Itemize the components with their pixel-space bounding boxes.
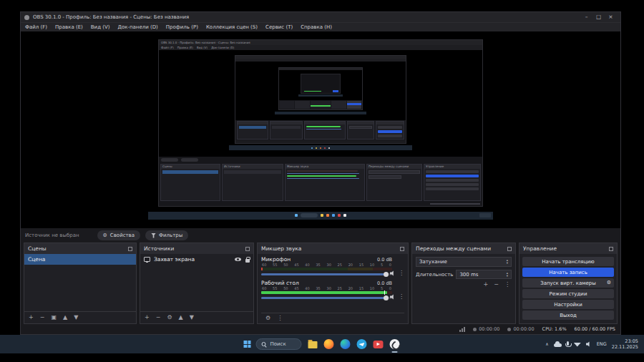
start-button[interactable] <box>244 341 251 348</box>
remove-source-icon[interactable]: − <box>156 315 161 321</box>
controls-panel: Управление Начать трансляцию Начать запи… <box>519 243 618 324</box>
mini-context-bar <box>159 157 482 163</box>
gear-icon: ⚙ <box>103 233 107 238</box>
scene-list-item[interactable]: Сцена <box>24 254 136 265</box>
virtual-camera-settings-icon[interactable]: ⚙ <box>607 280 611 285</box>
volume-icon[interactable] <box>586 341 592 347</box>
sources-panel: Источники Захват экрана <box>140 243 254 324</box>
dock-options-icon[interactable] <box>400 247 404 251</box>
dock-options-icon[interactable] <box>507 247 512 251</box>
menu-docks[interactable]: Док-панели (D) <box>117 24 157 30</box>
speaker-mute-icon[interactable] <box>390 294 396 300</box>
maximize-button[interactable]: □ <box>592 12 605 22</box>
taskbar-clock[interactable]: 23:05 22.11.2025 <box>612 338 638 350</box>
channel-menu-icon[interactable]: ⋮ <box>399 294 404 300</box>
source-list: Захват экрана <box>140 254 253 311</box>
mini-taskbar <box>229 145 412 150</box>
move-scene-up-icon[interactable]: ▲ <box>63 315 67 321</box>
scenes-panel-header[interactable]: Сцены <box>24 243 136 254</box>
dock-area: Сцены Сцена + − ▣ ▲ ▼ <box>21 243 620 324</box>
scene-grid-icon[interactable]: ▣ <box>51 315 57 321</box>
transition-menu-icon[interactable]: ⋮ <box>504 282 510 288</box>
transition-select[interactable]: Затухание ▴ ▾ <box>416 257 512 267</box>
spinner-down-icon[interactable]: ▾ <box>507 262 508 265</box>
title-bar[interactable]: OBS 30.1.0 - Профиль: Без названия - Сце… <box>21 12 620 22</box>
tray-mic-icon[interactable] <box>567 341 569 346</box>
lock-icon[interactable] <box>245 259 250 263</box>
speaker-mute-icon[interactable] <box>390 270 396 276</box>
move-scene-down-icon[interactable]: ▼ <box>74 315 78 321</box>
close-button[interactable]: × <box>605 12 617 22</box>
duration-input[interactable]: 300 ms ▴ ▾ <box>456 270 512 279</box>
slider-handle[interactable] <box>384 272 389 277</box>
studio-mode-button[interactable]: Режим студии <box>522 289 614 298</box>
menu-tools[interactable]: Сервис (T) <box>265 24 293 30</box>
volume-slider[interactable] <box>261 271 392 278</box>
tray-chevron-up-icon[interactable]: ∧ <box>545 342 548 346</box>
app-icon-telegram[interactable] <box>356 338 368 350</box>
mixer-channel-mic: Микрофон 0.0 dB 60 55 50 45 40 35 30 25 … <box>261 256 404 278</box>
remove-scene-icon[interactable]: − <box>40 315 45 321</box>
app-icon-edge[interactable] <box>340 338 351 350</box>
wifi-icon[interactable] <box>574 342 581 347</box>
telegram-icon <box>357 339 367 349</box>
dock-options-icon[interactable] <box>128 247 132 251</box>
source-properties-icon[interactable]: ⚙ <box>167 315 172 321</box>
menu-scene-collection[interactable]: Коллекция сцен (S) <box>206 24 258 30</box>
add-source-icon[interactable]: + <box>145 315 150 321</box>
remove-transition-icon[interactable]: − <box>494 282 499 288</box>
controls-panel-header[interactable]: Управление <box>519 243 617 254</box>
filters-button[interactable]: Фильтры <box>145 230 188 240</box>
transitions-panel-header[interactable]: Переходы между сценами <box>412 243 515 254</box>
context-bar: Источник не выбран ⚙ Свойства Фильтры <box>21 228 620 243</box>
slider-handle[interactable] <box>384 295 389 300</box>
app-icon-media[interactable] <box>373 338 384 350</box>
source-selection-status: Источник не выбран <box>25 233 79 238</box>
volume-meter <box>261 291 392 294</box>
volume-slider[interactable] <box>261 295 392 301</box>
menu-file[interactable]: Файл (F) <box>25 24 47 30</box>
search-icon <box>262 342 267 347</box>
dock-options-icon[interactable] <box>245 247 250 251</box>
menu-edit[interactable]: Правка (E) <box>55 24 83 30</box>
add-transition-icon[interactable]: + <box>484 282 489 288</box>
move-source-down-icon[interactable]: ▼ <box>190 315 194 321</box>
exit-button[interactable]: Выход <box>522 310 614 320</box>
db-scale: 60 55 50 45 40 35 30 25 20 15 10 5 0 <box>261 286 392 291</box>
settings-button[interactable]: Настройки <box>522 300 614 309</box>
firefox-icon <box>324 339 334 349</box>
sources-panel-header[interactable]: Источники <box>140 243 253 254</box>
window-title: OBS 30.1.0 - Профиль: Без названия - Сце… <box>33 14 189 20</box>
preview-canvas[interactable]: OBS 30.1.0 - Профиль: Без названия - Сце… <box>21 31 620 228</box>
onedrive-cloud-icon[interactable] <box>554 343 562 347</box>
add-scene-icon[interactable]: + <box>29 315 34 321</box>
app-icon-explorer[interactable] <box>307 338 318 350</box>
taskbar-search[interactable]: Поиск <box>256 338 302 350</box>
mixer-channel-desktop: Рабочий стол 0.0 dB 60 55 50 45 40 35 30… <box>261 280 404 301</box>
visibility-eye-icon[interactable] <box>235 258 241 261</box>
advanced-audio-icon[interactable]: ⚙ <box>265 315 270 321</box>
spinner-down-icon[interactable]: ▾ <box>507 275 508 278</box>
start-virtual-camera-button[interactable]: Запуск вирт. камеры ⚙ <box>522 278 614 288</box>
channel-menu-icon[interactable]: ⋮ <box>399 270 404 276</box>
start-recording-button[interactable]: Начать запись <box>522 268 614 277</box>
menu-profile[interactable]: Профиль (P) <box>166 24 198 30</box>
app-icon-firefox[interactable] <box>323 338 335 350</box>
move-source-up-icon[interactable]: ▲ <box>179 315 183 321</box>
scenes-toolbar: + − ▣ ▲ ▼ <box>24 311 136 323</box>
display-capture-icon <box>144 257 150 262</box>
properties-button[interactable]: ⚙ Свойства <box>97 230 140 240</box>
cpu-usage: CPU: 1.6% <box>542 326 567 332</box>
dock-options-icon[interactable] <box>609 247 613 251</box>
minimize-button[interactable]: – <box>580 12 592 22</box>
language-indicator[interactable]: ENG <box>597 341 607 347</box>
mixer-menu-icon[interactable]: ⋮ <box>277 315 283 321</box>
nested-screenshot-level-4 <box>298 73 343 97</box>
start-streaming-button[interactable]: Начать трансляцию <box>522 257 614 266</box>
app-icon-obs[interactable] <box>389 338 401 350</box>
source-list-item[interactable]: Захват экрана <box>140 254 253 265</box>
mixer-panel-header[interactable]: Микшер звука <box>258 243 408 254</box>
menu-view[interactable]: Вид (V) <box>91 24 110 30</box>
nested-screenshot-level-1: OBS 30.1.0 - Профиль: Без названия - Сце… <box>148 36 493 225</box>
menu-help[interactable]: Справка (H) <box>301 24 332 30</box>
